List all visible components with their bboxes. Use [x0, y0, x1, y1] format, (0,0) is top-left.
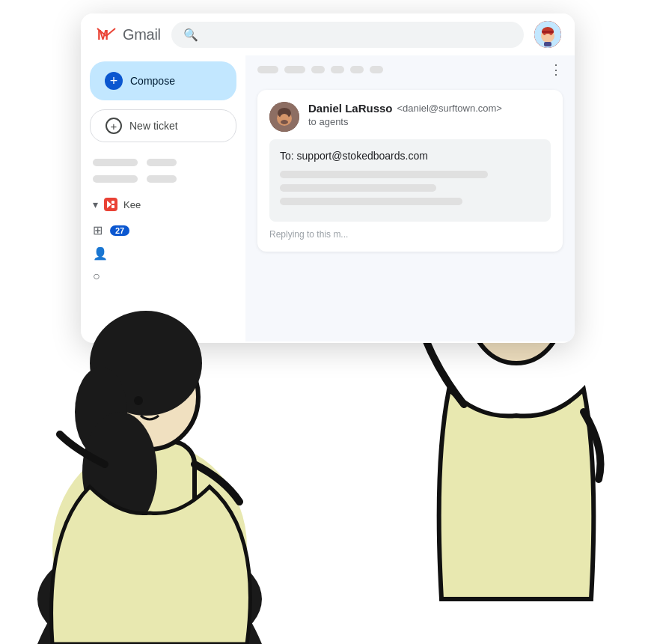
- nav-row-2: [81, 171, 245, 187]
- compose-plus-icon: +: [105, 72, 123, 90]
- kee-section-header[interactable]: ▾ Kee: [81, 193, 245, 216]
- gmail-header: M Gmail 🔍: [81, 13, 575, 55]
- svg-point-6: [544, 34, 551, 41]
- email-meta: Daniel LaRusso <daniel@surftown.com> to …: [308, 102, 551, 127]
- more-options-icon[interactable]: ⋮: [549, 61, 563, 78]
- email-body: To: support@stokedboards.com: [269, 139, 551, 222]
- email-header: Daniel LaRusso <daniel@surftown.com> to …: [269, 102, 551, 132]
- gmail-search-bar[interactable]: 🔍: [171, 22, 524, 48]
- nav-dot-2: [93, 175, 138, 183]
- new-ticket-plus-icon: +: [106, 118, 122, 134]
- to-support-text: To: support@stokedboards.com: [280, 150, 540, 162]
- email-footer: Replying to this m...: [269, 229, 551, 240]
- email-card: Daniel LaRusso <daniel@surftown.com> to …: [257, 90, 563, 252]
- compose-button[interactable]: + Compose: [90, 61, 236, 100]
- nav-row-1: [81, 154, 245, 171]
- sender-avatar: [269, 102, 299, 132]
- new-ticket-label: New ticket: [129, 120, 178, 132]
- kee-label: Kee: [123, 199, 141, 210]
- toolbar-dot-1: [257, 66, 278, 73]
- gmail-logo-text: Gmail: [123, 26, 161, 43]
- body-line-2: [280, 184, 436, 192]
- nav-dot-short-2: [147, 175, 177, 183]
- user-avatar[interactable]: [534, 21, 561, 48]
- sender-email: <daniel@surftown.com>: [397, 103, 502, 114]
- gmail-main-content: ⋮: [245, 55, 575, 341]
- svg-rect-7: [544, 42, 551, 46]
- main-toolbar: ⋮: [245, 55, 575, 84]
- toolbar-dot-5: [350, 66, 364, 73]
- toolbar-dot-3: [311, 66, 325, 73]
- svg-point-14: [281, 120, 288, 124]
- avatar-image: [534, 21, 561, 48]
- svg-text:M: M: [97, 28, 109, 43]
- toolbar-dot-4: [331, 66, 344, 73]
- search-input[interactable]: [204, 28, 512, 40]
- new-ticket-button[interactable]: + New ticket: [90, 109, 236, 142]
- compose-label: Compose: [130, 75, 175, 87]
- search-icon: 🔍: [183, 28, 198, 42]
- nav-dot-short: [147, 159, 177, 166]
- svg-rect-5: [542, 31, 554, 33]
- svg-rect-8: [111, 201, 114, 204]
- gmail-logo: M Gmail: [94, 22, 161, 46]
- svg-rect-9: [111, 205, 114, 208]
- body-line-1: [280, 171, 488, 178]
- svg-point-21: [134, 396, 143, 405]
- gmail-m-icon: M: [94, 22, 118, 46]
- to-line: to agents: [308, 116, 551, 127]
- chevron-down-icon: ▾: [93, 198, 98, 210]
- sender-line: Daniel LaRusso <daniel@surftown.com>: [308, 102, 551, 115]
- sender-name: Daniel LaRusso: [308, 102, 393, 115]
- toolbar-dot-6: [370, 66, 383, 73]
- body-line-3: [280, 198, 462, 205]
- kee-brand-icon: [104, 198, 117, 211]
- nav-dot: [93, 159, 138, 166]
- character-left: [30, 232, 269, 644]
- toolbar-dot-2: [284, 66, 305, 73]
